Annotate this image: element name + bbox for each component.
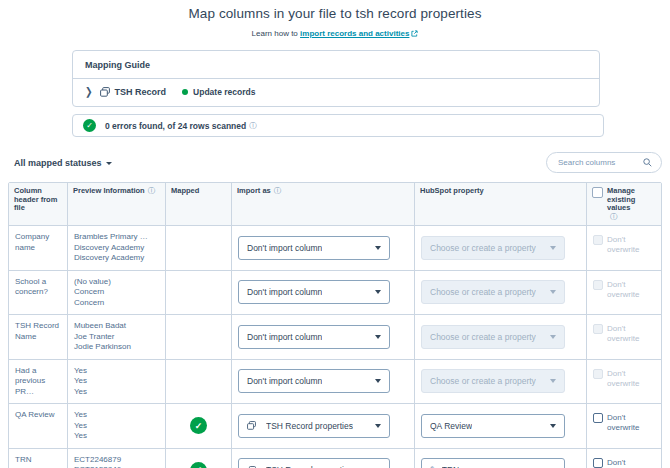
mapping-guide-title: Mapping Guide [73, 51, 599, 79]
import-as-select[interactable]: Don't import column [238, 236, 390, 260]
mapped-cell [165, 271, 231, 315]
header-import-as-label: Import as [237, 186, 271, 195]
record-icon [100, 87, 110, 97]
table-row: Company nameBrambles Primary …Discovery … [9, 225, 661, 270]
preview-line: Yes [74, 366, 159, 377]
hubspot-property-select: Choose or create a property [421, 325, 565, 349]
caret-down-icon [106, 162, 112, 165]
dont-overwrite-checkbox [593, 369, 603, 379]
caret-down-icon [550, 379, 556, 383]
mapped-check-icon: ✓ [190, 462, 207, 468]
external-link-icon [411, 30, 418, 39]
hubspot-property-value: Choose or create a property [430, 243, 536, 254]
dont-overwrite-checkbox[interactable] [593, 458, 603, 468]
dont-overwrite-checkbox [593, 235, 603, 245]
success-check-icon: ✓ [83, 119, 96, 132]
info-icon[interactable]: ⓘ [148, 186, 156, 195]
preview-cell: YesYesYes [67, 404, 165, 448]
import-as-value: TSH Record properties [266, 421, 353, 432]
preview-line: Yes [74, 376, 159, 387]
chevron-right-icon[interactable]: ❯ [85, 87, 93, 98]
column-header-cell: QA Review [9, 404, 67, 448]
caret-down-icon [550, 335, 556, 339]
mapped-cell [165, 226, 231, 270]
dont-overwrite-label: Don't overwrite [607, 413, 657, 442]
table-row: TRNECT2246879ECT2152846ECT2245710✓TSH Re… [9, 448, 661, 468]
header-manage: Manage existing valuesⓘ [586, 183, 663, 225]
import-as-value: Don't import column [247, 332, 322, 343]
column-header-cell: School a concern? [9, 271, 67, 315]
learn-line: Learn how to import records and activiti… [0, 29, 670, 39]
scan-result-text: 0 errors found, of 24 rows scanned [105, 121, 246, 131]
record-icon [247, 421, 256, 430]
table-row: Had a previous PR…YesYesYesDon't import … [9, 359, 661, 404]
info-icon[interactable]: ⓘ [249, 121, 257, 131]
search-columns-input[interactable] [556, 157, 643, 168]
import-as-cell: Don't import column [231, 360, 414, 404]
dont-overwrite-label: Don't overwrite [607, 280, 657, 309]
header-preview: Preview Informationⓘ [67, 183, 165, 225]
import-as-select[interactable]: TSH Record properties [238, 458, 390, 468]
manage-cell: Don't overwrite [586, 360, 663, 404]
header-import-as: Import asⓘ [231, 183, 414, 225]
manage-cell: Don't overwrite [586, 315, 663, 359]
info-icon[interactable]: ⓘ [274, 186, 282, 195]
table-header-row: Column header from file Preview Informat… [9, 183, 661, 225]
dont-overwrite-label: Don't overwrite [607, 369, 657, 398]
info-icon[interactable]: ⓘ [610, 212, 618, 221]
mapped-check-icon: ✓ [190, 417, 207, 434]
import-as-cell: Don't import column [231, 226, 414, 270]
record-label: TSH Record [115, 87, 167, 97]
caret-down-icon [550, 424, 556, 428]
import-records-link[interactable]: import records and activities [300, 29, 409, 38]
hubspot-property-cell: Choose or create a property [414, 271, 586, 315]
import-as-cell: TSH Record properties [231, 404, 414, 448]
import-as-select[interactable]: Don't import column [238, 280, 390, 304]
preview-line: Mubeen Badat [74, 321, 159, 332]
manage-all-checkbox[interactable] [592, 187, 603, 198]
column-header-cell: Company name [9, 226, 67, 270]
hubspot-property-select: Choose or create a property [421, 236, 565, 260]
hubspot-property-value: Choose or create a property [430, 332, 536, 343]
import-as-cell: Don't import column [231, 271, 414, 315]
page-title: Map columns in your file to tsh record p… [0, 6, 670, 21]
preview-line: Yes [74, 387, 159, 398]
mapping-table: Column header from file Preview Informat… [8, 182, 662, 468]
preview-line: Discovery Academy [74, 253, 159, 264]
caret-down-icon [375, 379, 381, 383]
hubspot-property-select[interactable]: QA Review [421, 414, 565, 438]
preview-cell: Brambles Primary …Discovery AcademyDisco… [67, 226, 165, 270]
preview-cell: ECT2246879ECT2152846ECT2245710 [67, 449, 165, 468]
hubspot-property-cell: Choose or create a property [414, 360, 586, 404]
hubspot-property-select: Choose or create a property [421, 280, 565, 304]
caret-down-icon [375, 335, 381, 339]
preview-line: (No value) [74, 277, 159, 288]
preview-line: Discovery Academy [74, 243, 159, 254]
dont-overwrite-label: Don't overwrite [607, 235, 657, 264]
table-row: TSH Record NameMubeen BadatJoe TranterJo… [9, 314, 661, 359]
hubspot-property-select[interactable]: ✎TRN [421, 458, 565, 468]
hubspot-property-cell: Choose or create a property [414, 226, 586, 270]
caret-down-icon [550, 246, 556, 250]
import-as-select[interactable]: TSH Record properties [238, 414, 390, 438]
preview-line: Yes [74, 421, 159, 432]
dont-overwrite-label: Don't overwrite [607, 458, 657, 468]
mapped-cell: ✓ [165, 449, 231, 468]
scan-result-banner: ✓ 0 errors found, of 24 rows scanned ⓘ [72, 114, 604, 137]
dont-overwrite-checkbox [593, 280, 603, 290]
dont-overwrite-checkbox[interactable] [593, 413, 603, 423]
mapping-guide-record-row[interactable]: ❯ TSH Record Update records [73, 79, 599, 106]
preview-cell: Mubeen BadatJoe TranterJodie Parkinson [67, 315, 165, 359]
import-as-cell: TSH Record properties [231, 449, 414, 468]
mapped-statuses-filter[interactable]: All mapped statuses [14, 158, 112, 168]
caret-down-icon [375, 290, 381, 294]
import-as-value: Don't import column [247, 243, 322, 254]
preview-cell: (No value)ConcernConcern [67, 271, 165, 315]
hubspot-property-cell: Choose or create a property [414, 315, 586, 359]
import-as-select[interactable]: Don't import column [238, 325, 390, 349]
preview-line: Concern [74, 287, 159, 298]
preview-line: Brambles Primary … [74, 232, 159, 243]
import-as-select[interactable]: Don't import column [238, 369, 390, 393]
search-columns-box [546, 152, 662, 173]
column-header-cell: Had a previous PR… [9, 360, 67, 404]
